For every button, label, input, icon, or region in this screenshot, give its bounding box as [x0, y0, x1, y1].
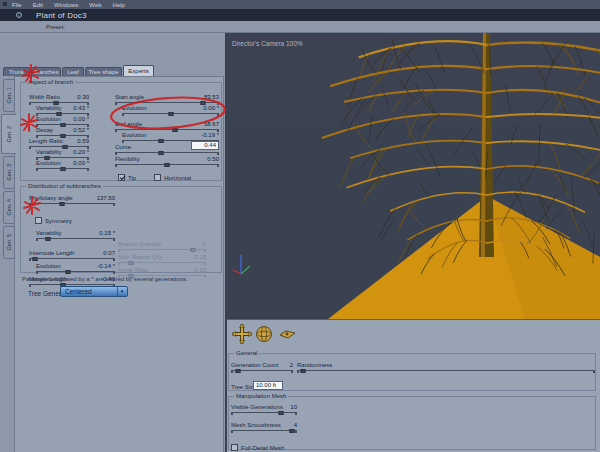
slider-handle[interactable] [65, 270, 70, 274]
rotate-tool-icon[interactable] [257, 327, 272, 342]
param-row-variability: Variability0.43 * [36, 105, 89, 116]
param-row-evolution: Evolution0.00 * [36, 160, 89, 171]
slider-handle[interactable] [59, 202, 64, 206]
menu-item-help[interactable]: Help [113, 2, 125, 8]
slider-track[interactable] [231, 410, 297, 415]
distribution-right-column: Branch Quantity2Side Branch Qty0.15Angle… [118, 241, 206, 278]
slider-track[interactable] [29, 256, 115, 261]
distribution-group: Distribution of subbranches Phyllotaxy a… [20, 183, 222, 273]
tab-trunk[interactable]: Trunk [3, 67, 30, 76]
slider-handle[interactable] [60, 167, 65, 171]
apple-menu-icon[interactable] [3, 2, 7, 6]
menu-item-file[interactable]: File [12, 2, 22, 8]
slider-track[interactable] [231, 368, 293, 373]
preset-bar: Preset: Load Save As [0, 21, 600, 33]
slider-handle[interactable] [44, 156, 49, 160]
slider-track[interactable] [29, 201, 115, 206]
slider-handle[interactable] [63, 145, 68, 149]
checkbox-symmetry[interactable]: Symmetry [35, 217, 72, 224]
param-row-internode-length: Internode Length0.07 [29, 250, 115, 261]
slider-track[interactable] [36, 269, 115, 274]
param-row-generation-count: Generation Count2 [231, 362, 293, 373]
generation-tab-gen-5[interactable]: Gen. 5 [3, 226, 15, 259]
checkbox-box[interactable] [154, 174, 161, 181]
checkbox-horizontal[interactable]: Horizontal [154, 174, 191, 181]
slider-track[interactable] [115, 162, 219, 167]
slider-handle[interactable] [236, 369, 241, 373]
checkbox-box[interactable] [35, 217, 42, 224]
scene-render[interactable] [227, 33, 600, 319]
aspect-right-column: Start angle83.53Evolution0.00 *End angle… [115, 94, 219, 167]
slider-track[interactable] [118, 247, 206, 252]
tree-generator-value: Centered [65, 288, 92, 295]
generation-tab-gen-2[interactable]: Gen. 2 [1, 114, 16, 154]
slider-handle[interactable] [201, 101, 206, 105]
generation-tab-label: Gen. 1 [6, 87, 12, 104]
tab-leaf[interactable]: Leaf [62, 67, 84, 76]
checkbox-label: Symmetry [45, 218, 72, 224]
checkbox-label: Tip [128, 175, 136, 181]
generation-count-row: Generation Count2 [231, 362, 293, 373]
slider-handle[interactable] [168, 112, 173, 116]
slider-handle[interactable] [129, 261, 134, 265]
slider-handle[interactable] [300, 369, 305, 373]
slider-handle[interactable] [158, 151, 163, 155]
group-title: Manipulation Mesh [234, 393, 288, 399]
menu-item-web[interactable]: Web [89, 2, 101, 8]
mesh-smoothness-row: Mesh Smoothness4 [231, 422, 297, 433]
generation-tab-label: Gen. 5 [6, 234, 12, 251]
window-icon[interactable] [16, 12, 22, 18]
slider-track[interactable] [36, 236, 115, 241]
slider-track[interactable] [36, 166, 89, 171]
generation-tab-gen-4[interactable]: Gen. 4 [3, 191, 15, 224]
menu-item-windows[interactable]: Windows [54, 2, 78, 8]
generation-tab-gen-3[interactable]: Gen. 3 [3, 156, 15, 189]
slider-handle[interactable] [165, 163, 170, 167]
dropdown-arrow-icon[interactable]: ▾ [117, 287, 126, 296]
window-title: Plant of Doc3 [36, 11, 87, 20]
tree-size-input[interactable]: 10.00 ft [253, 381, 283, 390]
slider-track[interactable] [118, 260, 206, 265]
slider-handle[interactable] [45, 237, 50, 241]
slider-handle[interactable] [56, 112, 61, 116]
tab-branches[interactable]: Branches [31, 67, 61, 76]
distribution-left-column: Phyllotaxy angle137.50SymmetryVariabilit… [29, 195, 115, 287]
param-row-visible-generations: Visible Generations10 [231, 404, 297, 415]
slider-handle[interactable] [60, 134, 65, 138]
checkbox-box[interactable] [118, 174, 125, 181]
param-value-input[interactable]: 0.44 [191, 141, 219, 150]
slider-handle[interactable] [158, 139, 163, 143]
slider-handle[interactable] [289, 429, 294, 433]
pan-tool-icon[interactable] [280, 331, 295, 338]
param-row-decay: Decay0.52 * [36, 127, 89, 138]
general-group: General Generation Count2 Randomness Tre… [228, 350, 596, 391]
slider-handle[interactable] [33, 257, 38, 261]
window-titlebar[interactable]: Plant of Doc3 [0, 9, 600, 21]
slider-handle[interactable] [60, 123, 65, 127]
menu-item-edit[interactable]: Edit [33, 2, 43, 8]
generation-tab-label: Gen. 2 [6, 126, 12, 143]
slider-handle[interactable] [190, 248, 195, 252]
slider-handle[interactable] [54, 101, 59, 105]
slider-handle[interactable] [173, 128, 178, 132]
group-title: Aspect of branch [26, 79, 75, 85]
slider-track[interactable] [297, 368, 595, 373]
tab-tree-shape[interactable]: Tree shape [85, 67, 122, 76]
generation-tab-label: Gen. 3 [6, 164, 12, 181]
viewport-3d[interactable]: Director's Camera 100% [227, 33, 600, 319]
menu-bar: FileEditWindowsWebHelp [0, 0, 600, 9]
slider-track[interactable] [115, 150, 219, 155]
tree-generator-dropdown[interactable]: Centered ▾ [60, 286, 128, 297]
param-row-evolution: Evolution-0.14 * [36, 263, 115, 274]
slider-track[interactable] [122, 111, 219, 116]
checkbox-tip[interactable]: Tip [118, 174, 136, 181]
param-row-mesh-smoothness: Mesh Smoothness4 [231, 422, 297, 433]
move-tool-icon[interactable] [232, 324, 252, 344]
group-title: General [234, 350, 259, 356]
manipulation-mesh-group: Manipulation Mesh Visible Generations10 … [228, 393, 596, 450]
tab-experts[interactable]: Experts [123, 65, 154, 76]
param-row-flexibility: Flexibility0.50 [115, 156, 219, 167]
slider-track[interactable] [231, 428, 297, 433]
generation-tab-gen-1[interactable]: Gen. 1 [3, 79, 15, 112]
slider-handle[interactable] [278, 411, 283, 415]
